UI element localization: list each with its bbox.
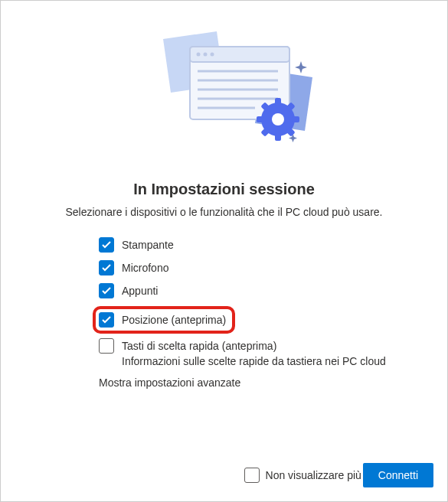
checkbox-shortcuts[interactable] <box>99 338 114 354</box>
checkbox-printer[interactable] <box>99 237 114 253</box>
label-clipboard: Appunti <box>122 283 158 298</box>
shortcuts-subtext[interactable]: Informazioni sulle scelte rapide da tast… <box>122 355 447 367</box>
svg-point-19 <box>272 113 284 126</box>
svg-rect-11 <box>275 98 281 106</box>
check-icon <box>102 241 111 249</box>
label-dont-show: Non visualizzare più <box>266 469 361 481</box>
dialog-subtitle: Selezionare i dispositivi o le funzional… <box>1 206 447 218</box>
svg-point-2 <box>196 53 200 57</box>
svg-rect-12 <box>275 133 281 141</box>
illustration <box>1 1 447 161</box>
option-clipboard: Appunti <box>99 283 447 298</box>
advanced-settings-link[interactable]: Mostra impostazioni avanzate <box>99 376 447 389</box>
highlight-box: Posizione (anteprima) <box>93 306 235 334</box>
check-icon <box>102 264 111 272</box>
checkbox-dont-show[interactable] <box>244 468 260 483</box>
checkbox-location[interactable] <box>99 312 114 328</box>
check-icon <box>102 316 111 324</box>
svg-point-4 <box>210 53 214 57</box>
option-shortcuts: Tasti di scelta rapida (anteprima) <box>99 338 447 354</box>
dialog-footer: Non visualizzare più Connetti <box>244 463 433 487</box>
svg-rect-13 <box>257 116 264 122</box>
dialog-title: In Impostazioni sessione <box>1 181 447 198</box>
options-list: Stampante Microfono Appunti Posizione (a… <box>1 237 447 389</box>
label-printer: Stampante <box>122 237 174 253</box>
connect-button[interactable]: Connetti <box>363 463 433 487</box>
option-microphone: Microfono <box>99 260 447 275</box>
checkbox-clipboard[interactable] <box>99 283 114 298</box>
label-microphone: Microfono <box>122 260 168 275</box>
label-shortcuts: Tasti di scelta rapida (anteprima) <box>122 338 276 354</box>
dont-show-row: Non visualizzare più <box>244 468 361 483</box>
session-settings-illustration-icon <box>125 24 324 161</box>
checkbox-microphone[interactable] <box>99 260 114 275</box>
check-icon <box>102 287 111 295</box>
option-location-highlighted: Posizione (anteprima) <box>99 306 447 338</box>
svg-rect-14 <box>292 116 299 122</box>
label-location: Posizione (anteprima) <box>122 312 226 328</box>
svg-point-3 <box>203 53 207 57</box>
option-printer: Stampante <box>99 237 447 253</box>
